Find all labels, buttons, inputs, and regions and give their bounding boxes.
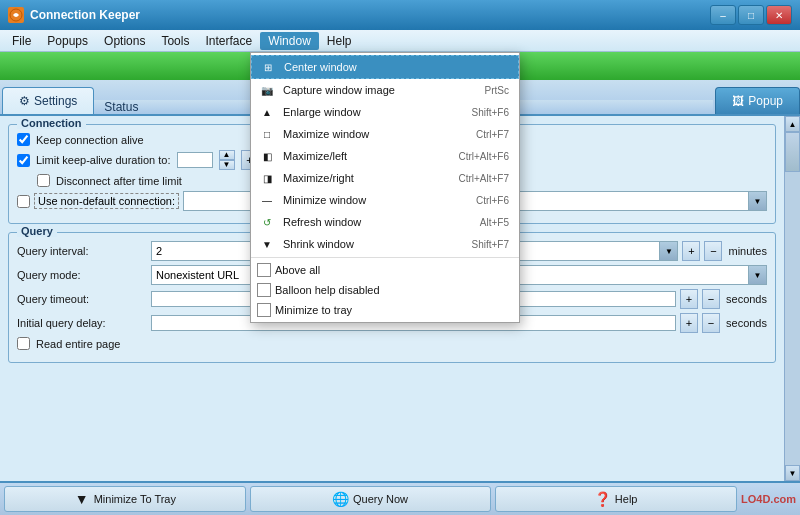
delay-plus[interactable]: + [680, 313, 698, 333]
interval-unit: minutes [728, 245, 767, 257]
menu-popups[interactable]: Popups [39, 32, 96, 50]
menu-refresh-window[interactable]: ↺ Refresh window Alt+F5 [251, 211, 519, 233]
maximize-right-shortcut: Ctrl+Alt+F7 [458, 173, 509, 184]
popup-icon: 🖼 [732, 94, 744, 108]
shrink-icon: ▼ [257, 236, 277, 252]
menu-shrink-window[interactable]: ▼ Shrink window Shift+F7 [251, 233, 519, 255]
capture-label: Capture window image [283, 84, 395, 96]
non-default-arrow[interactable]: ▼ [748, 192, 766, 210]
menu-options[interactable]: Options [96, 32, 153, 50]
tab-settings[interactable]: ⚙ Settings [2, 87, 94, 114]
interval-plus[interactable]: + [682, 241, 700, 261]
maximize-button[interactable]: □ [738, 5, 764, 25]
minimize-tray-button[interactable]: ▼ Minimize To Tray [4, 486, 246, 512]
menu-interface[interactable]: Interface [197, 32, 260, 50]
keep-alive-checkbox[interactable] [17, 133, 30, 146]
menu-balloon-disabled[interactable]: Balloon help disabled [251, 280, 519, 300]
center-window-label: Center window [284, 61, 357, 73]
minimize-button[interactable]: – [710, 5, 736, 25]
minimize-tray-menu-label: Minimize to tray [275, 304, 352, 316]
menu-tools[interactable]: Tools [153, 32, 197, 50]
query-now-icon: 🌐 [333, 491, 349, 507]
menu-capture-window[interactable]: 📷 Capture window image PrtSc [251, 79, 519, 101]
limit-duration-value[interactable]: 1 [177, 152, 213, 168]
title-bar: Connection Keeper – □ ✕ [0, 0, 800, 30]
maximize-shortcut: Ctrl+F7 [476, 129, 509, 140]
read-page-row: Read entire page [17, 337, 767, 350]
enlarge-shortcut: Shift+F6 [471, 107, 509, 118]
delay-minus[interactable]: − [702, 313, 720, 333]
maximize-left-icon: ◧ [257, 148, 277, 164]
menu-file[interactable]: File [4, 32, 39, 50]
timeout-plus[interactable]: + [680, 289, 698, 309]
query-timeout-label: Query timeout: [17, 293, 147, 305]
menu-maximize-right[interactable]: ◨ Maximize/right Ctrl+Alt+F7 [251, 167, 519, 189]
balloon-disabled-checkbox [257, 283, 271, 297]
menu-help[interactable]: Help [319, 32, 360, 50]
scroll-thumb[interactable] [785, 132, 800, 172]
connection-section-label: Connection [17, 117, 86, 129]
disconnect-checkbox[interactable] [37, 174, 50, 187]
watermark-area: LO4D.com [741, 493, 796, 505]
menu-enlarge-window[interactable]: ▲ Enlarge window Shift+F6 [251, 101, 519, 123]
window-title: Connection Keeper [30, 8, 704, 22]
limit-duration-down[interactable]: ▼ [219, 160, 235, 170]
close-button[interactable]: ✕ [766, 5, 792, 25]
disconnect-label: Disconnect after time limit [56, 175, 182, 187]
minimize-tray-label: Minimize To Tray [94, 493, 176, 505]
menu-minimize-tray[interactable]: Minimize to tray [251, 300, 519, 320]
menu-window[interactable]: Window [260, 32, 319, 50]
query-mode-arrow[interactable]: ▼ [748, 266, 766, 284]
query-now-button[interactable]: 🌐 Query Now [250, 486, 492, 512]
above-all-label: Above all [275, 264, 320, 276]
limit-duration-checkbox[interactable] [17, 154, 30, 167]
timeout-unit: seconds [726, 293, 767, 305]
query-mode-label: Query mode: [17, 269, 147, 281]
scroll-down[interactable]: ▼ [785, 465, 800, 481]
read-page-label: Read entire page [36, 338, 120, 350]
help-button[interactable]: ❓ Help [495, 486, 737, 512]
maximize-left-shortcut: Ctrl+Alt+F6 [458, 151, 509, 162]
maximize-label: Maximize window [283, 128, 369, 140]
refresh-label: Refresh window [283, 216, 361, 228]
timeout-minus[interactable]: − [702, 289, 720, 309]
non-default-checkbox[interactable] [17, 195, 30, 208]
menu-center-window[interactable]: ⊞ Center window [251, 55, 519, 79]
scroll-up[interactable]: ▲ [785, 116, 800, 132]
shrink-shortcut: Shift+F7 [471, 239, 509, 250]
refresh-icon: ↺ [257, 214, 277, 230]
bottom-bar: ▼ Minimize To Tray 🌐 Query Now ❓ Help LO… [0, 481, 800, 515]
above-all-checkbox [257, 263, 271, 277]
minimize-tray-checkbox [257, 303, 271, 317]
maximize-icon: □ [257, 126, 277, 142]
tab-popup[interactable]: 🖼 Popup [715, 87, 800, 114]
shrink-label: Shrink window [283, 238, 354, 250]
read-page-checkbox[interactable] [17, 337, 30, 350]
limit-duration-label: Limit keep-alive duration to: [36, 154, 171, 166]
limit-duration-spinner: ▲ ▼ [219, 150, 235, 170]
capture-shortcut: PrtSc [485, 85, 509, 96]
menu-bar: File Popups Options Tools Interface Wind… [0, 30, 800, 52]
app-icon [8, 7, 24, 23]
maximize-left-label: Maximize/left [283, 150, 347, 162]
menu-minimize-window[interactable]: — Minimize window Ctrl+F6 [251, 189, 519, 211]
help-icon: ❓ [595, 491, 611, 507]
query-interval-arrow[interactable]: ▼ [659, 242, 677, 260]
maximize-right-label: Maximize/right [283, 172, 354, 184]
status-label: Status [104, 100, 138, 114]
minimize-icon: — [257, 192, 277, 208]
window-menu-overlay: ⊞ Center window 📷 Capture window image P… [250, 52, 520, 323]
watermark-text: LO4D.com [741, 493, 796, 505]
settings-icon: ⚙ [19, 94, 30, 108]
maximize-right-icon: ◨ [257, 170, 277, 186]
help-label: Help [615, 493, 638, 505]
menu-above-all[interactable]: Above all [251, 260, 519, 280]
tab-settings-label: Settings [34, 94, 77, 108]
refresh-shortcut: Alt+F5 [480, 217, 509, 228]
query-now-label: Query Now [353, 493, 408, 505]
menu-maximize-window[interactable]: □ Maximize window Ctrl+F7 [251, 123, 519, 145]
interval-minus[interactable]: − [704, 241, 722, 261]
menu-maximize-left[interactable]: ◧ Maximize/left Ctrl+Alt+F6 [251, 145, 519, 167]
limit-duration-up[interactable]: ▲ [219, 150, 235, 160]
center-window-icon: ⊞ [258, 59, 278, 75]
